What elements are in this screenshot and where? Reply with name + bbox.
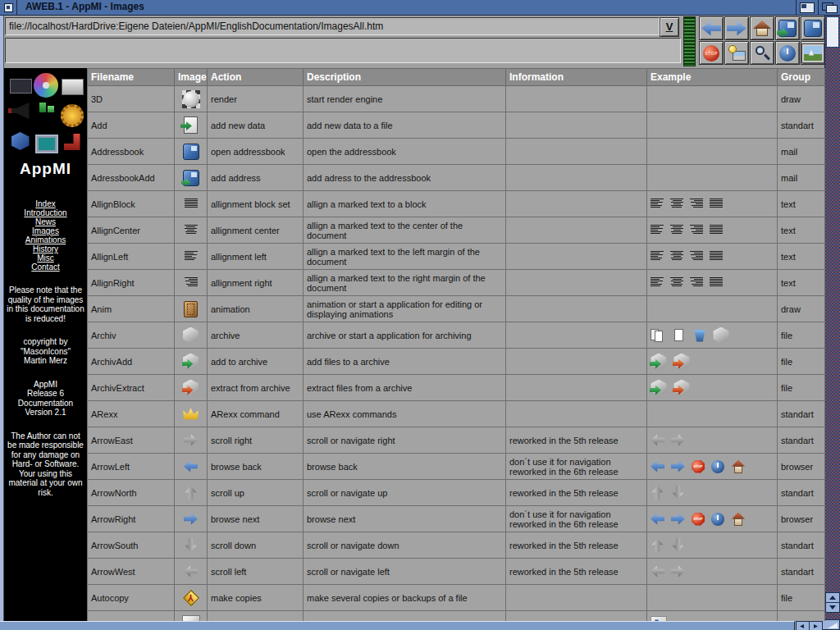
action-cell: ARexx command [208, 401, 304, 427]
vertical-scrollbar-thumb[interactable] [826, 16, 839, 48]
stop-button[interactable] [699, 41, 724, 65]
search-button[interactable] [750, 41, 774, 65]
table-row: ArrowLeftbrowse backbrowse backdon´t use… [88, 454, 825, 480]
action-cell: scroll up [208, 480, 304, 506]
sidebar-link-animations[interactable]: Animations [4, 235, 87, 244]
example-cell [647, 454, 778, 480]
load-images-button[interactable] [724, 41, 749, 65]
logo-wordmark: AppMI [4, 160, 87, 178]
filename-cell: ArchivAdd [88, 349, 175, 375]
group-cell: standart [778, 112, 825, 139]
home-button[interactable] [750, 16, 774, 40]
filename-cell: Add [88, 112, 175, 139]
sidebar-note-1: Please note that the quality of the imag… [5, 285, 86, 323]
sidebar-link-news[interactable]: News [4, 217, 87, 226]
align-center-icon [185, 225, 198, 235]
add-bookmark-button[interactable] [775, 16, 800, 40]
action-cell: scroll right [208, 427, 304, 454]
history-button[interactable] [775, 41, 800, 65]
triangle-left-icon [800, 624, 804, 628]
toolbar-grip[interactable] [683, 16, 696, 66]
filename-cell: 3D [88, 86, 175, 112]
action-cell: render [208, 86, 304, 112]
secondary-input[interactable] [5, 38, 681, 63]
information-cell [506, 112, 647, 139]
arrow-west-gray-icon [184, 565, 198, 578]
image-cell [175, 427, 208, 454]
description-cell: add new data to a file [304, 112, 506, 139]
close-gadget[interactable] [0, 0, 17, 15]
arrow-south-gray-icon [184, 539, 198, 551]
filename-cell: Archiv [88, 322, 175, 349]
tb-bulb-icon [728, 45, 746, 61]
align-center-icon [670, 199, 683, 209]
horizontal-scrollbar[interactable] [0, 621, 840, 630]
example-cell [647, 270, 778, 296]
scroll-down-button[interactable] [825, 602, 840, 613]
tb-fetch-icon [778, 20, 797, 37]
group-cell: mail [778, 139, 825, 165]
description-cell: add files to a archive [304, 349, 506, 375]
arrow-west-blue-icon [184, 460, 198, 472]
url-dropdown-button[interactable]: V [660, 17, 679, 37]
sidebar-link-index[interactable]: Index [4, 199, 87, 208]
horizontal-scrollbar-thumb[interactable] [0, 621, 795, 630]
filename-cell: ArrowWest [88, 559, 175, 585]
description-cell: allign a marked text to the right margin… [304, 270, 506, 296]
sidebar-link-misc[interactable]: Misc [4, 253, 87, 262]
url-input[interactable]: file://localhost/HardDrive:Eigene Dateie… [5, 17, 660, 35]
column-header-group: Group [778, 69, 825, 86]
action-cell: extract from archive [208, 375, 304, 401]
chevron-down-icon [829, 605, 836, 609]
scroll-left-button[interactable] [796, 621, 810, 630]
filename-cell: AllignBlock [88, 191, 175, 217]
description-cell: scroll or navigate right [304, 427, 506, 454]
vertical-scrollbar[interactable] [824, 16, 840, 621]
logo-cd-icon [34, 73, 58, 98]
action-cell: browse next [208, 506, 304, 532]
description-cell: add adress to the addressbook [304, 165, 506, 191]
forward-button[interactable] [724, 16, 749, 40]
bookmarks-button[interactable] [801, 16, 825, 40]
sidebar-link-introduction[interactable]: Introduction [4, 208, 87, 217]
information-cell [506, 86, 647, 112]
example-cell [647, 532, 778, 559]
filename-cell: ArchivExtract [88, 375, 175, 401]
description-cell: dark gradient background image [304, 611, 506, 622]
sidebar-link-contact[interactable]: Contact [4, 262, 87, 272]
table-row: AllignRightallignment rightallign a mark… [88, 270, 825, 296]
arrow-east-gray-icon [184, 434, 198, 446]
zoom-gadget[interactable] [796, 0, 818, 15]
arrow-east-gray-icon [671, 434, 685, 446]
image-cell [175, 506, 208, 532]
back-button[interactable] [699, 16, 724, 40]
book-add-icon [183, 170, 199, 186]
cube-extract-icon [183, 380, 199, 396]
group-cell: file [778, 349, 825, 375]
group-cell: text [778, 191, 825, 217]
paper-icon [672, 328, 687, 343]
example-cell [647, 480, 778, 506]
example-cell [647, 139, 778, 165]
example-cell [647, 322, 778, 349]
align-left-icon [651, 251, 664, 262]
home-icon [731, 460, 746, 473]
depth-gadget[interactable] [818, 0, 840, 15]
column-header-action: Action [208, 69, 304, 86]
table-header-row: FilenameImageActionDescriptionInformatio… [88, 69, 825, 86]
information-cell [506, 401, 647, 427]
image-cell [175, 559, 208, 585]
table-row: Addadd new dataadd new data to a filesta… [88, 112, 825, 139]
description-cell: scroll or navigate up [304, 480, 506, 506]
sidebar-link-history[interactable]: History [4, 244, 87, 253]
image-cell [175, 349, 208, 375]
sidebar-link-images[interactable]: Images [4, 226, 87, 235]
table-row: Addressbookopen addressbookopen the addr… [88, 139, 825, 165]
page-add-icon [184, 116, 198, 134]
image-viewer-button[interactable] [801, 41, 825, 65]
logo-m2-icon [48, 106, 54, 112]
group-cell: draw [778, 86, 825, 112]
action-cell: archive [208, 322, 304, 349]
align-center-icon [670, 277, 683, 288]
scroll-right-button[interactable] [809, 621, 823, 630]
